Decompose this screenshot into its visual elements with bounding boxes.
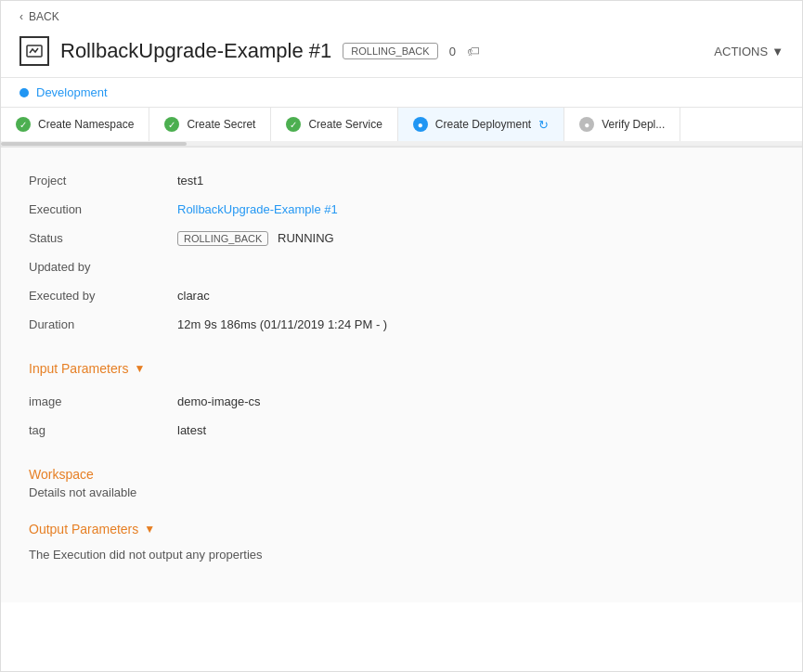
step-success-icon: ✓ <box>16 117 31 132</box>
steps-row: ✓ Create Namespace ✓ Create Secret ✓ Cre… <box>1 107 802 141</box>
step-create-namespace[interactable]: ✓ Create Namespace <box>1 108 149 141</box>
page-title: RollbackUpgrade-Example #1 <box>60 39 331 63</box>
status-badge: ROLLING_BACK <box>343 43 437 59</box>
count-label: 0 <box>449 45 456 58</box>
step-pending-icon: ● <box>579 117 594 132</box>
output-subtitle: The Execution did not output any propert… <box>29 548 774 562</box>
output-parameters-title[interactable]: Output Parameters ▼ <box>29 522 774 536</box>
input-params-table: image demo-image-cs tag latest <box>29 387 774 445</box>
status-label: Status <box>29 231 177 245</box>
step-label: Create Secret <box>187 118 255 131</box>
step-create-secret[interactable]: ✓ Create Secret <box>149 108 271 141</box>
output-parameters-section: Output Parameters ▼ The Execution did no… <box>29 522 774 562</box>
step-active-icon: ● <box>413 117 428 132</box>
updated-by-label: Updated by <box>29 260 177 274</box>
title-bar: RollbackUpgrade-Example #1 ROLLING_BACK … <box>1 32 802 78</box>
actions-chevron-icon: ▼ <box>771 45 784 58</box>
back-chevron-icon: ‹ <box>19 10 23 23</box>
executed-by-label: Executed by <box>29 289 177 303</box>
actions-button[interactable]: ACTIONS ▼ <box>714 45 784 58</box>
main-content: Project test1 Execution RollbackUpgrade-… <box>1 148 802 602</box>
step-create-service[interactable]: ✓ Create Service <box>271 108 397 141</box>
input-parameters-label: Input Parameters <box>29 361 128 376</box>
execution-label: Execution <box>29 202 177 216</box>
duration-value: 12m 9s 186ms (01/11/2019 1:24 PM - ) <box>177 317 387 331</box>
project-label: Project <box>29 174 177 187</box>
environment-name: Development <box>36 85 108 99</box>
input-param-image-value: demo-image-cs <box>177 394 261 408</box>
scrollbar-thumb <box>1 142 187 146</box>
output-parameters-label: Output Parameters <box>29 522 138 536</box>
pipeline-bar: Development ✓ Create Namespace ✓ Create … <box>1 78 802 148</box>
step-success-icon: ✓ <box>164 117 179 132</box>
input-param-image-row: image demo-image-cs <box>29 387 774 416</box>
details-table: Project test1 Execution RollbackUpgrade-… <box>29 166 774 339</box>
horizontal-scrollbar[interactable] <box>1 141 802 147</box>
project-row: Project test1 <box>29 166 774 195</box>
input-parameters-title[interactable]: Input Parameters ▼ <box>29 361 774 376</box>
updated-by-row: Updated by <box>29 252 774 281</box>
input-params-chevron-icon: ▼ <box>134 362 145 375</box>
back-navigation[interactable]: ‹ BACK <box>1 1 802 32</box>
project-value: test1 <box>177 174 203 187</box>
back-label: BACK <box>29 10 59 23</box>
workspace-section: Workspace Details not available <box>29 467 774 499</box>
step-verify-deployment[interactable]: ● Verify Depl... <box>564 108 680 141</box>
duration-label: Duration <box>29 317 177 331</box>
rollback-icon: ↻ <box>538 118 549 132</box>
environment-header: Development <box>1 78 802 107</box>
status-inline-badge: ROLLING_BACK <box>177 231 268 246</box>
executed-by-row: Executed by clarac <box>29 281 774 310</box>
output-params-chevron-icon: ▼ <box>144 523 155 536</box>
tag-icon: 🏷 <box>467 44 480 58</box>
duration-row: Duration 12m 9s 186ms (01/11/2019 1:24 P… <box>29 310 774 339</box>
workspace-subtitle: Details not available <box>29 485 774 499</box>
step-label: Create Service <box>308 118 382 131</box>
execution-row: Execution RollbackUpgrade-Example #1 <box>29 195 774 224</box>
workspace-title: Workspace <box>29 467 774 482</box>
input-param-image-label: image <box>29 394 177 408</box>
input-param-tag-value: latest <box>177 423 206 437</box>
step-create-deployment[interactable]: ● Create Deployment ↻ <box>398 108 564 141</box>
input-param-tag-label: tag <box>29 423 177 437</box>
actions-label: ACTIONS <box>714 45 768 58</box>
step-label: Create Namespace <box>38 118 134 131</box>
step-success-icon: ✓ <box>286 117 301 132</box>
env-dot-icon <box>19 88 29 97</box>
status-running-text: RUNNING <box>278 231 334 245</box>
execution-icon <box>19 36 49 66</box>
status-value: ROLLING_BACK RUNNING <box>177 231 334 245</box>
execution-value[interactable]: RollbackUpgrade-Example #1 <box>177 202 338 216</box>
step-label: Verify Depl... <box>602 118 665 131</box>
status-row: Status ROLLING_BACK RUNNING <box>29 224 774 252</box>
input-param-tag-row: tag latest <box>29 416 774 445</box>
input-parameters-section: Input Parameters ▼ image demo-image-cs t… <box>29 361 774 445</box>
executed-by-value: clarac <box>177 289 210 303</box>
step-label: Create Deployment <box>435 118 531 131</box>
